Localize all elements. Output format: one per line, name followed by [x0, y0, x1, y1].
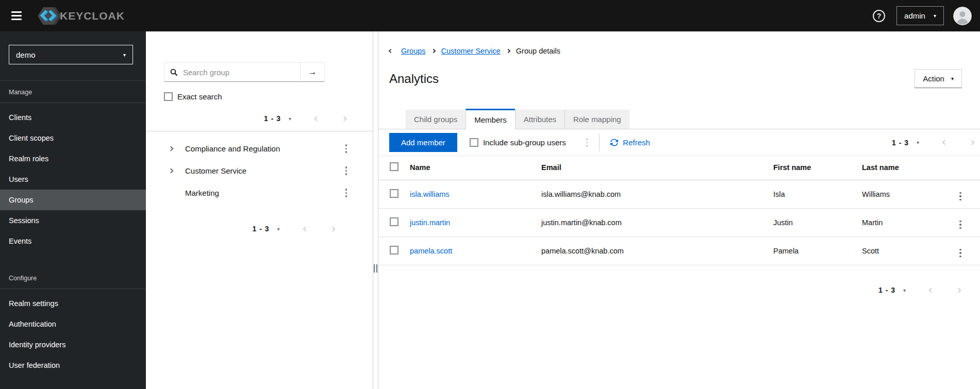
members-table: Name Email First name Last name isla.wil… — [378, 156, 980, 265]
last-name-cell: Williams — [862, 180, 958, 209]
group-name[interactable]: Customer Service — [185, 166, 344, 175]
breadcrumb: Groups Customer Service Group details — [389, 47, 980, 55]
tab-child-groups[interactable]: Child groups — [406, 110, 466, 129]
group-search-box — [164, 62, 301, 82]
next-page-icon[interactable] — [957, 289, 960, 292]
tree-item-customer-service: Customer Service — [146, 160, 373, 182]
chevron-down-icon: ▾ — [123, 52, 126, 58]
column-header-email: Email — [541, 156, 773, 180]
previous-page-icon[interactable] — [943, 141, 946, 144]
pagination-dropdown-caret-icon[interactable]: ▾ — [289, 116, 291, 122]
realm-name: demo — [16, 50, 36, 59]
keycloak-logo: KEYCLOAK — [36, 6, 125, 26]
pagination-dropdown-caret-icon[interactable]: ▾ — [277, 226, 279, 232]
expand-chevron-right-icon[interactable] — [169, 169, 175, 173]
include-subgroups-checkbox[interactable] — [470, 138, 478, 147]
breadcrumb-current: Group details — [516, 47, 560, 55]
breadcrumb-back-chevron-icon[interactable] — [389, 49, 392, 53]
row-kebab-menu-icon[interactable] — [958, 191, 962, 202]
breadcrumb-separator-chevron-icon — [507, 49, 510, 53]
group-search-submit-arrow-icon[interactable]: → — [301, 62, 325, 82]
panel-resize-splitter[interactable] — [373, 31, 378, 389]
sidebar-item-realm-roles[interactable]: Realm roles — [0, 148, 146, 169]
breadcrumb-link-groups[interactable]: Groups — [401, 47, 426, 55]
pagination-dropdown-caret-icon[interactable]: ▾ — [917, 140, 919, 145]
toolbar-kebab-menu-icon[interactable] — [585, 137, 589, 148]
group-name[interactable]: Compliance and Regulation — [185, 144, 344, 153]
brand-text: KEYCLOAK — [60, 10, 125, 22]
action-dropdown-button[interactable]: Action ▾ — [915, 69, 962, 88]
group-search-input[interactable] — [182, 67, 296, 77]
pagination-dropdown-caret-icon[interactable]: ▾ — [903, 287, 906, 293]
tab-role-mapping[interactable]: Role mapping — [564, 110, 629, 129]
title-row: Analytics Action ▾ — [389, 69, 962, 88]
groups-pagination-bottom: 1 - 3 ▾ — [180, 225, 407, 233]
user-menu-dropdown[interactable]: admin ▾ — [896, 6, 944, 25]
tree-item-marketing: Marketing — [146, 182, 373, 204]
sidebar-item-clients[interactable]: Clients — [0, 107, 146, 128]
sidebar-item-groups[interactable]: Groups — [0, 190, 146, 210]
previous-page-icon[interactable] — [929, 289, 933, 292]
sidebar-item-events[interactable]: Events — [0, 231, 146, 251]
previous-page-icon[interactable] — [315, 117, 319, 121]
next-page-icon[interactable] — [342, 117, 346, 121]
exact-search-row: Exact search — [164, 92, 373, 101]
next-page-icon[interactable] — [331, 227, 335, 231]
exact-search-checkbox[interactable] — [164, 92, 173, 101]
sidebar: demo ▾ Manage Clients Client scopes Real… — [0, 31, 146, 389]
row-kebab-menu-icon[interactable] — [958, 219, 962, 230]
sidebar-item-realm-settings[interactable]: Realm settings — [0, 293, 146, 314]
sidebar-item-sessions[interactable]: Sessions — [0, 210, 146, 231]
sidebar-item-users[interactable]: Users — [0, 169, 146, 190]
tab-attributes[interactable]: Attributes — [515, 110, 564, 129]
section-title-configure: Configure — [0, 267, 146, 289]
kebab-menu-icon[interactable] — [344, 165, 348, 176]
add-member-button[interactable]: Add member — [389, 133, 457, 152]
column-header-name: Name — [410, 156, 541, 180]
username-link[interactable]: justin.martin — [410, 218, 450, 227]
sidebar-item-client-scopes[interactable]: Client scopes — [0, 128, 146, 148]
select-all-checkbox[interactable] — [390, 162, 398, 171]
pagination-range: 1 - 3 — [264, 114, 281, 123]
first-name-cell: Pamela — [773, 237, 862, 265]
drag-handle-icon[interactable] — [374, 264, 377, 273]
next-page-icon[interactable] — [970, 141, 974, 144]
first-name-cell: Isla — [773, 180, 862, 209]
section-title-manage: Manage — [0, 81, 146, 103]
avatar[interactable] — [953, 7, 972, 25]
members-pagination-bottom: 1 - 3 ▾ — [378, 265, 980, 294]
tree-item-compliance-and-regulation: Compliance and Regulation — [146, 138, 373, 160]
sidebar-item-authentication[interactable]: Authentication — [0, 314, 146, 334]
row-select-checkbox[interactable] — [390, 189, 398, 198]
group-name[interactable]: Marketing — [185, 189, 344, 197]
tab-members[interactable]: Members — [466, 109, 515, 129]
sidebar-item-identity-providers[interactable]: Identity providers — [0, 334, 146, 355]
keycloak-logo-icon — [36, 6, 63, 26]
username-link[interactable]: pamela.scott — [410, 247, 452, 255]
table-header-row: Name Email First name Last name — [378, 156, 980, 180]
help-icon[interactable]: ? — [873, 10, 885, 22]
group-details-main: Groups Customer Service Group details An… — [378, 31, 980, 389]
row-select-checkbox[interactable] — [390, 246, 398, 255]
members-toolbar: Add member Include sub-group users Refre… — [378, 129, 980, 156]
chevron-down-icon: ▾ — [934, 13, 936, 19]
groups-pagination-top: 1 - 3 ▾ — [146, 106, 373, 131]
breadcrumb-separator-chevron-icon — [432, 49, 435, 53]
keycloak-admin-console: KEYCLOAK ? admin ▾ demo ▾ Manage — [0, 0, 980, 389]
previous-page-icon[interactable] — [304, 227, 307, 231]
refresh-button[interactable]: Refresh — [610, 138, 650, 147]
breadcrumb-link-customer-service[interactable]: Customer Service — [441, 47, 501, 55]
expand-chevron-right-icon[interactable] — [169, 147, 175, 150]
nav-toggle-hamburger-icon[interactable] — [9, 8, 24, 23]
kebab-menu-icon[interactable] — [344, 188, 348, 198]
search-icon — [170, 69, 178, 76]
kebab-menu-icon[interactable] — [344, 143, 348, 154]
chevron-down-icon: ▾ — [951, 76, 954, 81]
row-kebab-menu-icon[interactable] — [958, 248, 962, 259]
table-row: isla.williams isla.williams@knab.com Isl… — [378, 180, 980, 209]
username-link[interactable]: isla.williams — [410, 190, 450, 198]
sidebar-item-user-federation[interactable]: User federation — [0, 355, 146, 376]
column-header-first-name: First name — [773, 156, 862, 180]
realm-selector-dropdown[interactable]: demo ▾ — [9, 45, 133, 64]
user-menu-label: admin — [904, 11, 925, 20]
